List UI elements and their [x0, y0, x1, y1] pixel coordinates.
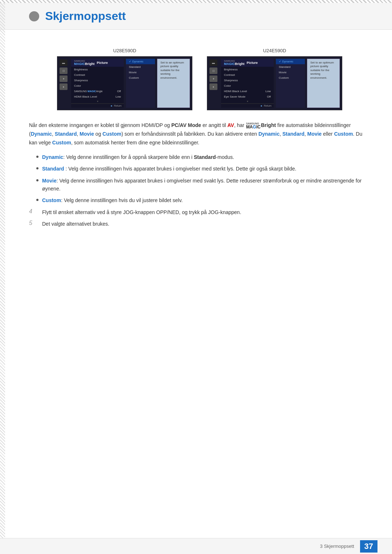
- osd-container-u28: ▬ ⊡ ✦ ● SAMSUNG MAGICBright Picture: [57, 56, 192, 110]
- osd-dropdown-u28: Dynamic Standard Movie Custom: [126, 59, 155, 108]
- osd-item-hdmi-u24: HDMI Black Level Low: [221, 89, 274, 94]
- step-4: 4 Flytt til ønsket alternativ ved å styr…: [29, 208, 370, 216]
- osd-return-u28: ◄ Return: [71, 103, 124, 108]
- osd-return-u24: ◄ Return: [221, 103, 274, 108]
- osd-color-label-u24: Color: [224, 84, 231, 87]
- monitor-label-u28: U28E590D: [113, 48, 136, 53]
- term-movie: Movie: [42, 178, 57, 184]
- monitor-block-u28: U28E590D ▬ ⊡ ✦ ● SAMSUNG MAGICBright: [57, 48, 192, 110]
- osd-dropdown-movie-u28: Movie: [126, 70, 155, 75]
- osd-dropdown-movie-u24: Movie: [276, 70, 305, 75]
- highlight-dynamic-1: Dynamic: [31, 131, 52, 137]
- osd-sidebar-u28: ▬ ⊡ ✦ ●: [60, 59, 69, 108]
- term-custom: Custom: [42, 197, 61, 203]
- osd-item-color-u24: Color: [221, 83, 274, 89]
- monitor-label-u24: U24E590D: [263, 48, 286, 53]
- osd-dropdown-standard-u24: Standard: [276, 64, 305, 70]
- step-4-num: 4: [29, 208, 36, 215]
- monitors-section: U28E590D ▬ ⊡ ✦ ● SAMSUNG MAGICBright: [29, 48, 370, 110]
- osd-menu-u24: SAMSUNG MAGICBright Picture Brightness C…: [221, 59, 274, 108]
- osd-dropdown-standard-u28: Standard: [126, 64, 155, 70]
- osd-icon-settings-u24: ✦: [209, 75, 217, 82]
- term-standard: Standard: [42, 166, 64, 172]
- osd-return-arrow-u24: ◄: [260, 104, 262, 107]
- page-footer: 3 Skjermoppsett 37: [0, 538, 392, 554]
- osd-hdmi-label-u28: HDMI Black Level: [74, 95, 97, 98]
- osd-dropdown-dynamic-u24: Dynamic: [276, 59, 305, 64]
- bullet-text-dynamic: Dynamic: Velg denne innstillingen for å …: [42, 153, 234, 161]
- osd-sharpness-label-u28: Sharpness: [74, 79, 88, 82]
- step-5: 5 Det valgte alternativet brukes.: [29, 220, 370, 228]
- osd-item-magic-angle-u28: SAMSUNG MAGICAngle Off: [71, 89, 124, 94]
- bullet-dot-custom: [36, 199, 38, 201]
- header-stripe: [0, 0, 392, 3]
- osd-color-label-u28: Color: [74, 84, 81, 87]
- osd-menu-u28: SAMSUNG MAGICBright Picture Brightness C…: [71, 59, 124, 108]
- osd-return-arrow-u28: ◄: [110, 104, 113, 107]
- osd-scroll-indicator-u24: ▾: [221, 99, 274, 103]
- osd-magic-bright-u24: MAGICBright: [224, 62, 245, 66]
- bullet-item-custom: Custom: Velg denne innstillingen hvis du…: [36, 196, 370, 204]
- osd-contrast-label-u28: Contrast: [74, 73, 85, 77]
- highlight-dynamic-2: Dynamic: [258, 131, 279, 137]
- bullet-dot-standard: [36, 167, 38, 169]
- osd-item-contrast-u28: Contrast: [71, 72, 124, 78]
- highlight-movie-1: Movie: [79, 131, 94, 137]
- bullet-item-movie: Movie: Velg denne innstillingen hvis app…: [36, 177, 370, 193]
- step-4-text: Flytt til ønsket alternativ ved å styre …: [42, 208, 241, 216]
- bullet-text-standard: Standard : Velg denne innstillingen hvis…: [42, 165, 296, 173]
- highlight-bright: Bright: [261, 122, 276, 128]
- osd-brightness-label-u28: Brightness: [74, 68, 88, 71]
- monitor-block-u24: U24E590D ▬ ⊡ ✦ ● SAMSUNG MAGICBright: [207, 48, 342, 110]
- chapter-dot: [29, 11, 39, 21]
- osd-icon-settings: ✦: [60, 75, 68, 82]
- osd-menu-title-u28: Picture: [97, 61, 108, 65]
- osd-hdmi-label-u24: HDMI Black Level: [224, 90, 247, 93]
- osd-side-note-u24: Set to an optimum picture quality suitab…: [307, 59, 340, 108]
- osd-scroll-indicator-u28: ▾: [71, 99, 124, 103]
- osd-icon-info: ●: [60, 83, 68, 90]
- osd-sharpness-label-u24: Sharpness: [224, 79, 238, 82]
- osd-magic-bright-u28: MAGICBright: [74, 62, 95, 66]
- samsung-magic-logo: SAMSUNG MAGIC: [246, 122, 261, 129]
- osd-item-brightness-u28: Brightness: [71, 67, 124, 72]
- osd-container-u24: ▬ ⊡ ✦ ● SAMSUNG MAGICBright Picture: [207, 56, 342, 110]
- footer-page-number: 37: [360, 540, 377, 553]
- osd-item-sharpness-u28: Sharpness: [71, 78, 124, 83]
- step-5-num: 5: [29, 220, 36, 226]
- osd-item-sharpness-u24: Sharpness: [221, 78, 274, 83]
- term-dynamic: Dynamic: [42, 154, 63, 160]
- bullet-text-custom: Custom: Velg denne innstillingen hvis du…: [42, 196, 183, 204]
- osd-item-contrast-u24: Contrast: [221, 72, 274, 78]
- osd-contrast-label-u24: Contrast: [224, 73, 235, 77]
- bullet-list: Dynamic: Velg denne innstillingen for å …: [36, 153, 370, 205]
- osd-menu-title-u24: Picture: [247, 61, 258, 65]
- osd-brightness-label-u24: Brightness: [224, 68, 238, 71]
- osd-dropdown-dynamic-u28: Dynamic: [126, 59, 155, 64]
- left-decorative-stripe: [0, 3, 5, 554]
- body-paragraph-1: Når den eksterne inngangen er koblet til…: [29, 121, 370, 147]
- osd-icon-picture-u24: ⊡: [209, 67, 217, 74]
- osd-dropdown-custom-u28: Custom: [126, 75, 155, 81]
- highlight-av: AV: [228, 122, 234, 128]
- highlight-standard-1: Standard: [55, 131, 77, 137]
- bullet-item-standard: Standard : Velg denne innstillingen hvis…: [36, 165, 370, 173]
- osd-dropdown-u24: Dynamic Standard Movie Custom: [276, 59, 305, 108]
- osd-item-brightness-u24: Brightness: [221, 67, 274, 72]
- osd-hdmi-value-u28: Low: [115, 95, 121, 98]
- bullet-item-dynamic: Dynamic: Velg denne innstillingen for å …: [36, 153, 370, 161]
- highlight-movie-2: Movie: [307, 131, 322, 137]
- osd-eyesaver-label-u24: Eye Saver Mode: [224, 95, 245, 98]
- osd-icon-info-u24: ●: [209, 83, 217, 90]
- osd-eyesaver-value-u24: Off: [267, 95, 271, 98]
- osd-item-hdmi-u28: HDMI Black Level Low: [71, 94, 124, 99]
- osd-icon-monitor: ▬: [60, 59, 68, 66]
- osd-item-eyesaver-u24: Eye Saver Mode Off: [221, 94, 274, 99]
- osd-icon-picture: ⊡: [60, 67, 68, 74]
- step-5-text: Det valgte alternativet brukes.: [42, 220, 109, 228]
- highlight-custom-1: Custom: [102, 131, 121, 137]
- osd-item-color-u28: Color: [71, 83, 124, 89]
- osd-menu-header-u24: SAMSUNG MAGICBright Picture: [221, 59, 274, 67]
- footer-chapter: 3 Skjermoppsett: [320, 543, 354, 549]
- osd-sidebar-u24: ▬ ⊡ ✦ ●: [209, 59, 219, 108]
